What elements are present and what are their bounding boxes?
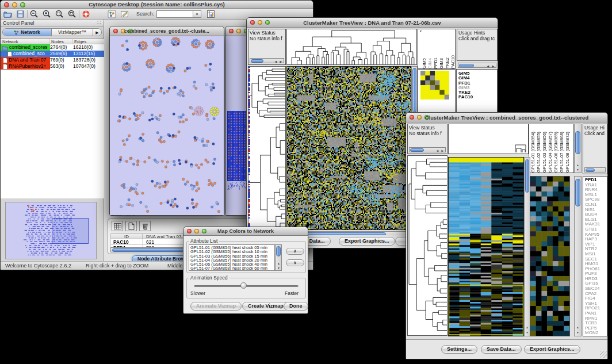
done-button[interactable]: Done — [284, 302, 308, 311]
tv2-row-dendrogram-pane[interactable] — [407, 155, 447, 336]
zoom-selected-icon[interactable] — [55, 9, 64, 19]
column-label[interactable]: GPL51-02 (GSM855) — [536, 132, 542, 173]
export-graphics-button[interactable]: Export Graphics... — [524, 345, 580, 354]
column-label[interactable]: GPL51-04 (GSM857) — [548, 132, 553, 173]
search-dropdown-button[interactable]: ▼ — [193, 10, 201, 18]
zoom-heatmap-canvas[interactable] — [530, 177, 569, 336]
zoom-out-icon[interactable] — [29, 9, 39, 19]
export-graphics-button[interactable]: Export Graphics... — [339, 237, 395, 246]
scroll-down-arrow[interactable]: ▼ — [525, 331, 530, 334]
row-dendrogram-canvas[interactable] — [408, 156, 447, 335]
overview-viewport-rect[interactable] — [52, 218, 89, 244]
open-file-icon[interactable] — [3, 9, 13, 19]
tv1-status-hscrollbar[interactable]: ◀ ▶ — [250, 58, 284, 63]
scroll-thumb[interactable] — [525, 159, 529, 193]
scroll-left-arrow[interactable]: ◀ — [273, 60, 278, 63]
slider-thumb[interactable] — [240, 282, 247, 289]
column-label[interactable]: GIM4 — [427, 58, 433, 68]
tv2-zoom-vscrollbar[interactable]: ▲ ▼ — [574, 176, 582, 336]
resize-grip[interactable] — [600, 351, 607, 358]
create-vizmap-button[interactable]: Create Vizmap — [242, 302, 289, 311]
scroll-up-arrow[interactable]: ▲ — [575, 163, 580, 167]
column-label[interactable]: GIM3 — [439, 58, 445, 68]
scroll-right-arrow[interactable]: ▶ — [278, 60, 284, 63]
col-header-network[interactable]: Network — [1, 39, 50, 44]
tv1-heatmap-pane[interactable] — [286, 66, 411, 230]
scroll-thumb[interactable] — [459, 64, 474, 67]
column-label[interactable]: GPL51-07 (GSM868) — [559, 132, 565, 173]
scroll-thumb[interactable] — [251, 59, 263, 63]
tv2-column-dendrogram-pane[interactable] — [448, 124, 529, 154]
scroll-right-arrow[interactable]: ▶ — [491, 64, 496, 68]
tv2-labels-vscrollbar[interactable]: ▲ ▼ — [574, 124, 582, 173]
save-icon[interactable] — [16, 9, 25, 19]
scroll-thumb[interactable] — [410, 148, 424, 152]
scroll-down-arrow[interactable]: ▼ — [276, 266, 281, 270]
scroll-up-arrow[interactable]: ▲ — [276, 262, 281, 265]
attribute-select-button[interactable] — [112, 221, 123, 231]
column-label[interactable]: GIM5 — [422, 58, 427, 68]
column-label[interactable]: PFD1 — [433, 58, 439, 68]
tv2-usage-hscrollbar[interactable] — [584, 167, 606, 173]
scroll-thumb[interactable] — [575, 179, 580, 206]
heatmap-canvas[interactable] — [449, 158, 523, 336]
table-report-icon[interactable] — [206, 9, 216, 19]
column-label[interactable]: PAC10 — [450, 55, 455, 68]
move-down-button[interactable]: ∨ — [286, 259, 304, 266]
scroll-left-arrow[interactable]: ◀ — [435, 149, 440, 152]
tv2-zoom-heatmap-pane[interactable] — [530, 176, 570, 336]
column-dendrogram-canvas[interactable] — [287, 29, 416, 64]
network-overview-panel[interactable] — [5, 202, 97, 259]
tv2-status-hscrollbar[interactable]: ◀ ▶ — [409, 147, 446, 152]
network-list-row[interactable]: DNA and Tran 07769(0)183728(0) — [1, 57, 104, 63]
heatmap-canvas[interactable] — [287, 67, 411, 229]
delete-attribute-button[interactable] — [139, 221, 151, 231]
treeview1-titlebar[interactable]: ClusterMaker TreeView : DNA and Tran 07-… — [247, 18, 498, 28]
treeview2-titlebar[interactable]: ClusterMaker TreeView : combined_scores_… — [406, 113, 607, 122]
col-header-nodes[interactable]: Nodes — [50, 39, 73, 44]
gene-label[interactable]: PAC10 — [458, 95, 496, 99]
scroll-thumb[interactable] — [276, 246, 281, 256]
close-button[interactable] — [229, 29, 234, 33]
scroll-up-arrow[interactable]: ▲ — [575, 325, 580, 329]
scroll-down-arrow[interactable]: ▼ — [575, 168, 580, 171]
zoom-in-icon[interactable] — [42, 9, 52, 19]
settings-button[interactable]: Settings... — [441, 345, 477, 354]
scroll-up-arrow[interactable]: ▲ — [525, 325, 530, 329]
gene-label[interactable]: MON2 — [585, 331, 607, 336]
scroll-down-arrow[interactable]: ▼ — [575, 331, 580, 334]
attribute-list-vscrollbar[interactable]: ▲ ▼ — [275, 244, 282, 271]
scroll-thumb[interactable] — [575, 131, 580, 154]
dialog-titlebar[interactable]: Map Colors to Network — [183, 227, 308, 236]
search-input[interactable] — [156, 10, 193, 18]
network-list-row[interactable]: combined_sco2569(6)13112(15) — [1, 51, 104, 57]
attribute-listbox[interactable]: GPL51-01 (GSM854) heat shock 05 minGPL51… — [189, 244, 275, 271]
column-dendrogram-canvas[interactable] — [449, 124, 528, 154]
column-label[interactable]: GPL51-08 (GSM872) — [565, 132, 571, 173]
column-label[interactable]: YKE2 — [445, 58, 450, 68]
help-lifebuoy-icon[interactable] — [81, 9, 91, 19]
network-list-row[interactable]: combined_scores2764(0)16218(0) — [1, 44, 104, 51]
tv2-heatmap-pane[interactable] — [448, 157, 524, 336]
tab-network[interactable]: Network — [3, 29, 52, 36]
scroll-left-arrow[interactable]: ◀ — [485, 64, 491, 68]
scroll-thumb[interactable] — [586, 168, 595, 172]
row-dendrogram-canvas[interactable] — [248, 67, 285, 236]
main-titlebar[interactable]: Cytoscape Desktop (Session Name: collins… — [1, 1, 313, 9]
save-data-button[interactable]: Save Data... — [481, 345, 522, 354]
annotation-icon[interactable] — [120, 9, 129, 19]
column-label[interactable]: GPL51-03 (GSM856) — [542, 132, 548, 173]
zoom-matrix-canvas[interactable] — [420, 71, 449, 99]
minimize-button[interactable] — [236, 29, 241, 33]
network-titlebar[interactable]: combined_scores_good.txt--cluste... — [110, 26, 224, 36]
zoom-fit-icon[interactable] — [67, 9, 77, 19]
animate-vizmap-button[interactable]: Animate Vizmap — [190, 302, 242, 311]
network-canvas[interactable] — [110, 36, 224, 215]
network-overlap-icon[interactable] — [107, 9, 117, 19]
move-up-button[interactable]: ∧ — [286, 248, 304, 255]
tv1-usage-hscrollbar[interactable]: ◀ ▶ — [458, 63, 496, 68]
float-panel-icon[interactable]: ⛶ — [97, 20, 101, 26]
tv1-column-dendrogram-pane[interactable] — [286, 29, 417, 65]
column-label[interactable]: GPL51-06 (GSM865) — [553, 132, 559, 173]
network-list-row[interactable]: RNAPuberNov2+563(0)107847(0) — [1, 63, 104, 70]
